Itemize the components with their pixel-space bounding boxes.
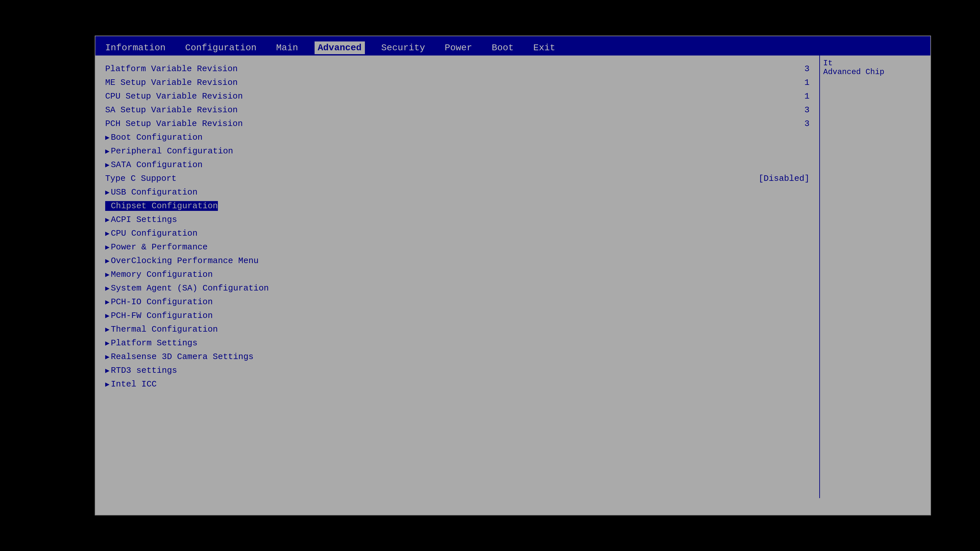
menu-bar: InformationConfigurationMainAdvancedSecu…	[95, 40, 930, 56]
table-row[interactable]: ▶System Agent (SA) Configuration	[105, 281, 810, 295]
entry-label: ▶PCH-IO Configuration	[105, 297, 213, 307]
entry-label: ▶SATA Configuration	[105, 160, 202, 170]
entry-label: CPU Setup Variable Revision	[105, 91, 243, 101]
submenu-arrow-icon: ▶	[105, 161, 110, 170]
menu-item-power[interactable]: Power	[441, 41, 475, 54]
submenu-arrow-icon: ▶	[105, 216, 110, 224]
table-row: PCH Setup Variable Revision3	[105, 117, 810, 130]
entry-label: ▶CPU Configuration	[105, 229, 197, 238]
side-panel: It Advanced Chip	[819, 56, 930, 498]
submenu-arrow-icon: ▶	[105, 312, 110, 320]
menu-item-information[interactable]: Information	[102, 41, 169, 54]
submenu-arrow-icon: ▶	[105, 326, 110, 334]
menu-item-advanced[interactable]: Advanced	[315, 41, 365, 54]
menu-item-main[interactable]: Main	[273, 41, 301, 54]
submenu-arrow-icon: ▶	[105, 148, 110, 156]
table-row: CPU Setup Variable Revision1	[105, 89, 810, 103]
table-row: ME Setup Variable Revision1	[105, 76, 810, 89]
menu-item-security[interactable]: Security	[378, 41, 428, 54]
table-row[interactable]: ▶Intel ICC	[105, 377, 810, 391]
entry-label: ▶Peripheral Configuration	[105, 146, 233, 156]
entry-label: ▶Chipset Configuration	[105, 201, 218, 211]
submenu-arrow-icon: ▶	[105, 299, 110, 306]
entry-label: PCH Setup Variable Revision	[105, 119, 243, 129]
submenu-arrow-icon: ▶	[105, 189, 110, 197]
submenu-arrow-icon: ▶	[105, 340, 110, 348]
submenu-arrow-icon: ▶	[105, 285, 110, 293]
table-row[interactable]: ▶Power & Performance	[105, 240, 810, 254]
table-row[interactable]: ▶OverClocking Performance Menu	[105, 254, 810, 268]
entry-label: ▶Thermal Configuration	[105, 324, 218, 334]
entry-label: ▶Intel ICC	[105, 379, 157, 389]
table-row[interactable]: ▶Peripheral Configuration	[105, 144, 810, 158]
table-row[interactable]: ▶Boot Configuration	[105, 130, 810, 144]
table-row: Platform Variable Revision3	[105, 62, 810, 76]
submenu-arrow-icon: ▶	[105, 257, 110, 265]
submenu-arrow-icon: ▶	[105, 353, 110, 361]
title-bar	[95, 36, 930, 40]
table-row[interactable]: ▶Chipset Configuration	[105, 199, 810, 213]
menu-item-boot[interactable]: Boot	[488, 41, 517, 54]
entry-label: Platform Variable Revision	[105, 64, 238, 74]
main-panel: Platform Variable Revision3ME Setup Vari…	[95, 56, 819, 498]
submenu-arrow-icon: ▶	[105, 381, 110, 389]
submenu-arrow-icon: ▶	[105, 202, 110, 211]
table-row[interactable]: ▶CPU Configuration	[105, 227, 810, 240]
table-row[interactable]: ▶Thermal Configuration	[105, 322, 810, 336]
table-row[interactable]: ▶PCH-FW Configuration	[105, 309, 810, 322]
entry-label: ▶Boot Configuration	[105, 133, 202, 142]
table-row: Type C Support[Disabled]	[105, 172, 810, 186]
content-area: Platform Variable Revision3ME Setup Vari…	[95, 56, 930, 498]
entry-value: 3	[804, 64, 810, 74]
entry-label: ▶OverClocking Performance Menu	[105, 256, 259, 266]
entry-value: 1	[804, 78, 810, 87]
side-panel-title-2: Advanced Chip	[823, 68, 927, 76]
menu-item-configuration[interactable]: Configuration	[182, 41, 260, 54]
entry-value: 3	[804, 105, 810, 115]
table-row[interactable]: ▶Realsense 3D Camera Settings	[105, 350, 810, 364]
entry-label: SA Setup Variable Revision	[105, 105, 238, 115]
entry-value: [Disabled]	[759, 174, 810, 183]
entry-label: ▶Power & Performance	[105, 242, 208, 252]
table-row[interactable]: ▶ACPI Settings	[105, 213, 810, 227]
submenu-arrow-icon: ▶	[105, 367, 110, 375]
submenu-arrow-icon: ▶	[105, 243, 110, 252]
entry-label: ▶Memory Configuration	[105, 270, 213, 279]
entry-label: ▶ACPI Settings	[105, 215, 177, 225]
entry-label: ▶USB Configuration	[105, 187, 197, 197]
table-row[interactable]: ▶Platform Settings	[105, 336, 810, 350]
entry-value: 1	[804, 91, 810, 101]
submenu-arrow-icon: ▶	[105, 271, 110, 279]
table-row[interactable]: ▶PCH-IO Configuration	[105, 295, 810, 309]
table-row[interactable]: ▶RTD3 settings	[105, 364, 810, 377]
submenu-arrow-icon: ▶	[105, 230, 110, 238]
table-row: SA Setup Variable Revision3	[105, 103, 810, 117]
entry-label: ▶Realsense 3D Camera Settings	[105, 352, 253, 362]
entry-label: Type C Support	[105, 174, 177, 183]
entry-label: ME Setup Variable Revision	[105, 78, 238, 87]
submenu-arrow-icon: ▶	[105, 134, 110, 142]
table-row[interactable]: ▶SATA Configuration	[105, 158, 810, 172]
menu-item-exit[interactable]: Exit	[530, 41, 558, 54]
table-row[interactable]: ▶Memory Configuration	[105, 268, 810, 281]
entry-value: 3	[804, 119, 810, 129]
side-panel-title-1: It	[823, 59, 927, 68]
entry-label: ▶PCH-FW Configuration	[105, 311, 213, 321]
entry-label: ▶RTD3 settings	[105, 365, 177, 375]
entry-label: ▶Platform Settings	[105, 338, 197, 348]
entry-label: ▶System Agent (SA) Configuration	[105, 283, 269, 293]
table-row[interactable]: ▶USB Configuration	[105, 186, 810, 199]
